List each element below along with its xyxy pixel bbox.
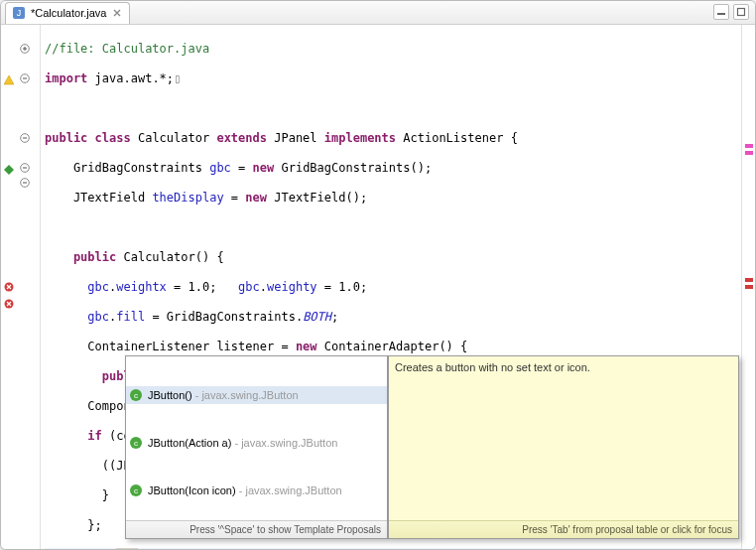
code-text: theDisplay — [152, 191, 223, 205]
constructor-icon: c — [130, 437, 142, 449]
error-marker-icon[interactable] — [3, 281, 15, 293]
collapse-fold-icon[interactable] — [18, 161, 32, 175]
constructor-icon: c — [130, 484, 142, 496]
code-text: ContainerAdapter() { — [317, 340, 468, 353]
code-text: Calculator — [131, 131, 217, 145]
proposal-item[interactable]: c JButton(Action a) - javax.swing.JButto… — [126, 434, 387, 452]
code-text: implements — [324, 131, 396, 145]
code-text: new — [253, 161, 275, 175]
code-text: BOTH — [303, 310, 331, 324]
collapse-fold-icon[interactable] — [18, 71, 32, 85]
view-controls — [713, 4, 749, 20]
java-file-icon: J — [12, 6, 26, 20]
code-text: gbc — [45, 280, 109, 294]
javadoc-hint: Press 'Tab' from proposal table or click… — [522, 522, 732, 537]
code-text: import — [45, 71, 87, 85]
constructor-icon: c — [130, 389, 142, 401]
code-text: Calculator() { — [116, 250, 223, 264]
code-text: fill — [116, 310, 145, 324]
overview-error-mark[interactable] — [745, 278, 753, 282]
javadoc-popup[interactable]: Creates a button with no set text or ico… — [388, 355, 739, 539]
code-text: gbc — [45, 310, 109, 324]
code-text: extends — [216, 131, 267, 145]
svg-rect-2 — [717, 13, 725, 15]
collapse-fold-icon[interactable] — [18, 176, 32, 190]
code-editor[interactable]: //file: Calculator.java import java.awt.… — [1, 25, 755, 550]
code-text: JTextField — [45, 191, 152, 205]
code-text: java.awt.*; — [87, 71, 174, 85]
code-text: . — [260, 280, 267, 294]
collapse-fold-icon[interactable] — [18, 131, 32, 145]
proposal-list[interactable]: c JButton() - javax.swing.JButton c JBut… — [126, 356, 387, 520]
code-text: new — [296, 340, 317, 353]
overview-ruler[interactable] — [741, 25, 755, 550]
code-text: gbc — [209, 161, 231, 175]
code-text: weighty — [267, 280, 317, 294]
code-text: weightx — [116, 280, 167, 294]
tab-bar: J *Calculator.java — [1, 1, 755, 25]
javadoc-footer: Press 'Tab' from proposal table or click… — [389, 520, 738, 538]
proposal-hint: Press '^Space' to show Template Proposal… — [189, 522, 381, 537]
svg-marker-4 — [4, 75, 14, 84]
code-text: = — [231, 161, 253, 175]
svg-text:J: J — [17, 8, 22, 18]
proposal-secondary: - javax.swing.JButton — [231, 437, 337, 449]
svg-rect-3 — [738, 9, 745, 16]
code-text: } — [45, 488, 109, 502]
code-text: ActionListener { — [396, 131, 518, 145]
code-text: public — [45, 250, 116, 264]
code-text: if — [45, 429, 102, 443]
change-marker-icon[interactable] — [3, 164, 15, 176]
proposal-secondary: - javax.swing.JButton — [236, 484, 342, 496]
proposal-item[interactable]: c JButton() - javax.swing.JButton — [126, 386, 387, 404]
code-text: }; — [45, 518, 102, 532]
proposal-primary: JButton() — [148, 389, 192, 401]
code-text: JTextField(); — [267, 191, 367, 205]
code-text: public class — [45, 131, 131, 145]
proposal-primary: JButton(Icon icon) — [148, 484, 236, 496]
overview-mark[interactable] — [745, 144, 753, 148]
proposal-footer: Press '^Space' to show Template Proposal… — [126, 520, 387, 538]
code-text: //file: Calculator.java — [45, 42, 209, 56]
error-marker-icon[interactable] — [3, 298, 15, 310]
proposal-primary: JButton(Action a) — [148, 437, 231, 449]
expand-fold-icon[interactable] — [18, 42, 32, 56]
code-text: = — [224, 191, 246, 205]
proposal-item[interactable]: c JButton(Icon icon) - javax.swing.JButt… — [126, 481, 387, 499]
content-assist-popup[interactable]: c JButton() - javax.swing.JButton c JBut… — [125, 355, 388, 539]
code-text: = 1.0; — [167, 280, 238, 294]
code-text: gbc — [238, 280, 260, 294]
javadoc-body: Creates a button with no set text or ico… — [389, 356, 738, 520]
code-text: new — [245, 191, 267, 205]
svg-marker-5 — [4, 165, 14, 175]
minimize-view-icon[interactable] — [713, 4, 729, 20]
code-text: JPanel — [267, 131, 324, 145]
overview-mark[interactable] — [745, 151, 753, 155]
warning-marker-icon[interactable] — [3, 74, 15, 86]
proposal-secondary: - javax.swing.JButton — [192, 389, 299, 401]
code-text: = GridBagConstraints. — [145, 310, 303, 324]
code-text: ContainerListener listener = — [45, 340, 296, 353]
folding-ruler — [15, 25, 41, 550]
code-text: GridBagConstraints — [45, 161, 209, 175]
editor-tab-calculator[interactable]: J *Calculator.java — [5, 2, 130, 24]
maximize-view-icon[interactable] — [733, 4, 749, 20]
overview-error-mark[interactable] — [745, 285, 753, 289]
tab-title: *Calculator.java — [31, 7, 106, 19]
editor-window: J *Calculator.java — [0, 0, 756, 550]
code-text: = 1.0; — [317, 280, 368, 294]
annotation-ruler — [1, 25, 15, 550]
code-text: ; — [331, 310, 338, 324]
close-icon[interactable] — [111, 7, 123, 19]
code-text: GridBagConstraints(); — [274, 161, 432, 175]
